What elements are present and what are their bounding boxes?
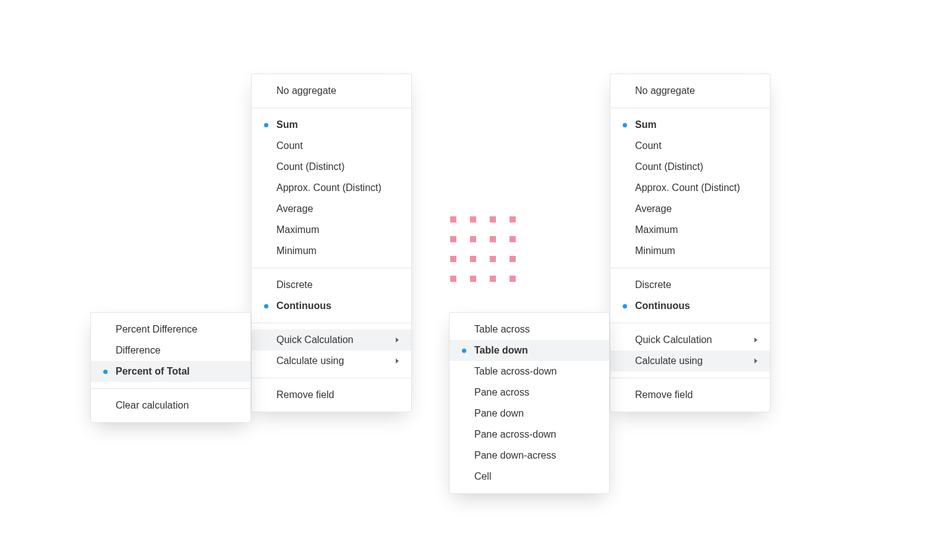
submenu-item-pane-down[interactable]: Pane down: [450, 403, 609, 424]
selected-dot-icon: [103, 370, 108, 374]
menu-item-average[interactable]: Average: [252, 198, 411, 219]
menu-item-label: Sum: [635, 119, 657, 130]
menu-item-label: Percent of Total: [116, 366, 190, 376]
chevron-right-icon: [754, 337, 759, 343]
selected-dot-icon: [264, 123, 268, 127]
decorative-grid-icon: [450, 216, 516, 282]
menu-item-label: Sum: [276, 119, 298, 130]
menu-item-sum[interactable]: Sum: [610, 114, 770, 135]
submenu-item-clear-calculation[interactable]: Clear calculation: [91, 395, 250, 416]
submenu-item-table-across-down[interactable]: Table across-down: [450, 361, 609, 382]
selected-dot-icon: [462, 349, 466, 353]
menu-item-label: Calculate using: [635, 355, 702, 366]
submenu-item-percent-of-total[interactable]: Percent of Total: [91, 361, 250, 382]
submenu-item-pane-across-down[interactable]: Pane across-down: [450, 424, 609, 445]
submenu-item-difference[interactable]: Difference: [91, 340, 250, 361]
menu-item-count[interactable]: Count: [252, 135, 411, 156]
menu-item-count-distinct[interactable]: Count (Distinct): [610, 156, 770, 177]
chevron-right-icon: [395, 337, 400, 343]
menu-item-calculate-using[interactable]: Calculate using: [252, 350, 411, 371]
selected-dot-icon: [623, 123, 627, 127]
menu-item-label: Quick Calculation: [635, 334, 712, 345]
menu-item-sum[interactable]: Sum: [252, 114, 411, 135]
menu-item-remove-field[interactable]: Remove field: [610, 384, 770, 405]
quick-calculation-submenu: Percent Difference Difference Percent of…: [90, 312, 251, 423]
menu-item-approx-count-distinct[interactable]: Approx. Count (Distinct): [252, 177, 411, 198]
submenu-item-pane-down-across[interactable]: Pane down-acress: [450, 445, 609, 466]
menu-item-calculate-using[interactable]: Calculate using: [610, 350, 770, 371]
menu-item-minimum[interactable]: Minimum: [610, 240, 770, 261]
menu-item-no-aggregate[interactable]: No aggregate: [252, 80, 411, 101]
menu-item-label: Quick Calculation: [276, 334, 354, 345]
menu-item-approx-count-distinct[interactable]: Approx. Count (Distinct): [610, 177, 770, 198]
field-context-menu-left: No aggregate Sum Count Count (Distinct) …: [251, 74, 412, 412]
menu-item-label: Continuous: [635, 300, 690, 311]
submenu-item-cell[interactable]: Cell: [450, 466, 609, 487]
submenu-item-table-across[interactable]: Table across: [450, 319, 609, 340]
selected-dot-icon: [623, 304, 627, 308]
menu-item-maximum[interactable]: Maximum: [252, 219, 411, 240]
menu-item-discrete[interactable]: Discrete: [252, 274, 411, 295]
menu-item-no-aggregate[interactable]: No aggregate: [610, 80, 770, 101]
menu-item-minimum[interactable]: Minimum: [252, 240, 411, 261]
chevron-right-icon: [395, 358, 400, 364]
field-context-menu-right: No aggregate Sum Count Count (Distinct) …: [610, 74, 770, 412]
menu-item-continuous[interactable]: Continuous: [610, 295, 770, 316]
menu-item-maximum[interactable]: Maximum: [610, 219, 770, 240]
menu-item-average[interactable]: Average: [610, 198, 770, 219]
menu-item-continuous[interactable]: Continuous: [252, 295, 411, 316]
submenu-item-percent-difference[interactable]: Percent Difference: [91, 319, 250, 340]
menu-item-label: Continuous: [276, 300, 331, 311]
menu-item-quick-calculation[interactable]: Quick Calculation: [610, 329, 770, 350]
chevron-right-icon: [754, 358, 759, 364]
menu-item-discrete[interactable]: Discrete: [610, 274, 770, 295]
menu-item-count[interactable]: Count: [610, 135, 770, 156]
submenu-item-table-down[interactable]: Table down: [450, 340, 609, 361]
menu-item-quick-calculation[interactable]: Quick Calculation: [252, 329, 411, 350]
calculate-using-submenu: Table across Table down Table across-dow…: [449, 312, 610, 494]
menu-item-label: Calculate using: [276, 355, 344, 366]
submenu-item-pane-across[interactable]: Pane across: [450, 382, 609, 403]
menu-item-label: Table down: [474, 345, 528, 355]
menu-item-count-distinct[interactable]: Count (Distinct): [252, 156, 411, 177]
menu-item-remove-field[interactable]: Remove field: [252, 384, 411, 405]
selected-dot-icon: [264, 304, 268, 308]
